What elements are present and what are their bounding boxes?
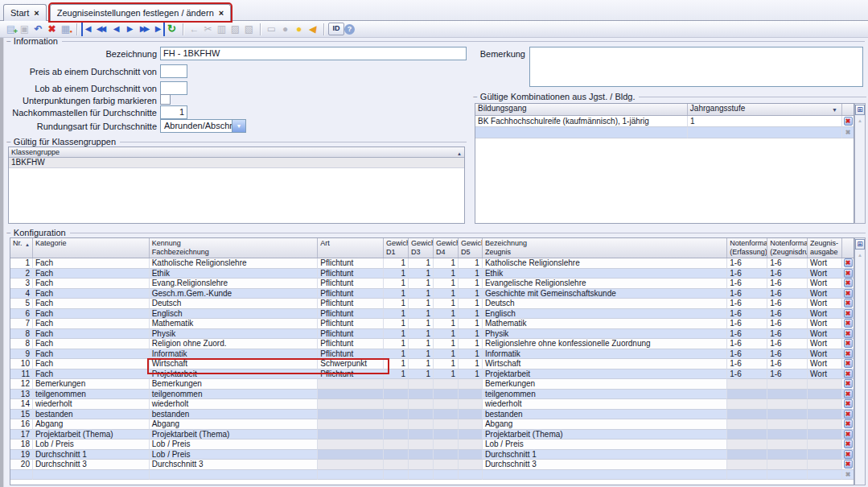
cell-ausgabe[interactable]: [808, 390, 842, 400]
cell-nf_erfassung[interactable]: 1-6: [727, 309, 767, 320]
cell-nf_druck[interactable]: [767, 470, 808, 481]
edit-form-icon[interactable]: ▦: [59, 23, 72, 36]
cell-kategorie[interactable]: Fach: [33, 299, 150, 309]
cell-bezeichnung[interactable]: bestanden: [483, 410, 727, 420]
cell-bildungsgang[interactable]: BK Fachhochschulreife (kaufmännisch), 1-…: [475, 116, 688, 127]
cell-d1[interactable]: 1: [384, 359, 409, 369]
column-header-nr[interactable]: Nr.▲: [10, 238, 33, 258]
cell-ausgabe[interactable]: Wort: [808, 359, 842, 369]
cell-bezeichnung[interactable]: Ethik: [483, 269, 727, 279]
cell-bezeichnung[interactable]: Katholische Religionslehre: [483, 258, 727, 269]
next-record-icon[interactable]: ▶: [123, 23, 137, 36]
lob-input[interactable]: [160, 81, 187, 95]
cell-kennung[interactable]: Deutsch: [150, 299, 319, 309]
cell-art[interactable]: [318, 430, 384, 440]
cell-nf_druck[interactable]: [767, 410, 808, 420]
column-chooser-button[interactable]: ⊞: [855, 105, 865, 115]
cell-bezeichnung[interactable]: [483, 470, 727, 481]
cell-kategorie[interactable]: Fach: [33, 258, 150, 269]
cell-nf_druck[interactable]: 1-6: [767, 269, 808, 279]
table-row[interactable]: 17Projektarbeit (Thema)Projektarbeit (Th…: [10, 430, 854, 440]
cell-nr[interactable]: 7: [10, 319, 33, 329]
cell-kennung[interactable]: Projektarbeit: [150, 369, 319, 380]
cell-nf_druck[interactable]: [767, 390, 808, 400]
cell-bezeichnung[interactable]: Geschichte mit Gemeinschaftskunde: [483, 289, 727, 299]
delete-row-button[interactable]: ✖: [844, 460, 853, 468]
cell-kennung[interactable]: Projektarbeit (Thema): [150, 430, 319, 440]
cell-art[interactable]: Pflichtunt: [318, 319, 384, 329]
kombination-row[interactable]: BK Fachhochschulreife (kaufmännisch), 1-…: [475, 116, 854, 127]
table-row[interactable]: 6FachEnglischPflichtunt1111Englisch1-61-…: [10, 309, 854, 320]
select-icon[interactable]: ▧: [242, 23, 256, 36]
kombination-row[interactable]: ✖: [475, 127, 854, 138]
cell-nf_druck[interactable]: 1-6: [767, 289, 808, 299]
cell-nf_erfassung[interactable]: [727, 410, 767, 420]
cell-d1[interactable]: 1: [384, 258, 409, 269]
cell-bezeichnung[interactable]: Mathematik: [483, 319, 727, 329]
cell-d4[interactable]: 1: [434, 258, 459, 269]
cell-d3[interactable]: [409, 390, 434, 400]
cell-bezeichnung[interactable]: Wirtschaft: [483, 359, 727, 369]
cell-kennung[interactable]: Abgang: [150, 419, 319, 430]
cell-nr[interactable]: 5: [10, 299, 33, 309]
cell-kategorie[interactable]: Fach: [33, 349, 150, 360]
cell-d4[interactable]: [434, 379, 459, 390]
cell-d4[interactable]: [434, 460, 459, 470]
cell-nr[interactable]: 4: [10, 289, 33, 299]
cell-bezeichnung[interactable]: Abgang: [483, 419, 727, 430]
column-header-d1[interactable]: GewichtD1: [384, 238, 409, 258]
delete-row-button[interactable]: ✖: [844, 470, 853, 479]
table-row[interactable]: 8FachPhysikPflichtunt1111Physik1-61-6Wor…: [10, 329, 854, 340]
cell-nr[interactable]: 13: [10, 390, 33, 400]
cell-d5[interactable]: 1: [459, 289, 483, 299]
table-row[interactable]: 5FachDeutschPflichtunt1111Deutsch1-61-6W…: [10, 299, 854, 309]
table-row[interactable]: 10FachWirtschaftSchwerpunkt1111Wirtschaf…: [10, 359, 854, 369]
cell-d3[interactable]: [409, 410, 434, 420]
cell-bezeichnung[interactable]: wiederholt: [483, 399, 727, 410]
cell-d1[interactable]: [384, 419, 409, 430]
cell-d1[interactable]: [384, 390, 409, 400]
column-header-d3[interactable]: GewichtD3: [409, 238, 434, 258]
cell-nr[interactable]: 15: [10, 410, 33, 420]
cell-ausgabe[interactable]: [808, 440, 842, 450]
cell-kennung[interactable]: Wirtschaft: [150, 359, 319, 369]
cell-d3[interactable]: 1: [409, 349, 434, 360]
cell-kategorie[interactable]: Abgang: [33, 419, 150, 430]
close-icon[interactable]: ×: [219, 8, 224, 18]
table-row[interactable]: 15bestandenbestandenbestanden✖: [10, 410, 854, 420]
cell-ausgabe[interactable]: Wort: [808, 289, 842, 299]
cell-nf_erfassung[interactable]: 1-6: [727, 279, 767, 289]
cell-bezeichnung[interactable]: Durchschnitt 3: [483, 460, 727, 470]
cell-kategorie[interactable]: Durchschnitt 1: [33, 450, 150, 460]
table-row[interactable]: 18Lob / PreisLob / PreisLob / Preis✖: [10, 440, 854, 450]
cell-nf_druck[interactable]: 1-6: [767, 279, 808, 289]
cell-d5[interactable]: [459, 399, 483, 410]
unterpunktungen-checkbox[interactable]: [160, 94, 171, 105]
help-icon[interactable]: ?: [344, 24, 355, 35]
cell-d4[interactable]: [434, 390, 459, 400]
cell-d1[interactable]: 1: [384, 289, 409, 299]
cell-kategorie[interactable]: Fach: [33, 319, 150, 329]
id-button[interactable]: ID: [328, 23, 344, 35]
cell-art[interactable]: Pflichtunt: [318, 279, 384, 289]
delete-row-button[interactable]: ✖: [844, 379, 853, 388]
table-row[interactable]: 19Durchschnitt 1Lob / PreisDurchschnitt …: [10, 450, 854, 460]
cell-nf_erfassung[interactable]: 1-6: [727, 319, 767, 329]
cell-art[interactable]: Pflichtunt: [318, 339, 384, 349]
cell-bezeichnung[interactable]: Deutsch: [483, 299, 727, 309]
cell-nf_erfassung[interactable]: [727, 390, 767, 400]
cell-d4[interactable]: [434, 410, 459, 420]
table-row[interactable]: ✖: [10, 470, 854, 481]
table-row[interactable]: 4FachGesch.m.Gem.-KundePflichtunt1111Ges…: [10, 289, 854, 299]
nachkomma-input[interactable]: 1: [160, 105, 187, 119]
cell-kennung[interactable]: Durchschnitt 3: [150, 460, 319, 470]
cell-nr[interactable]: 16: [10, 419, 33, 430]
delete-row-button[interactable]: ✖: [844, 399, 853, 408]
cell-kategorie[interactable]: Fach: [33, 279, 150, 289]
cell-d3[interactable]: [409, 470, 434, 481]
cell-bezeichnung[interactable]: Lob / Preis: [483, 440, 727, 450]
previous-record-icon[interactable]: ◀: [109, 23, 123, 36]
cell-art[interactable]: Pflichtunt: [318, 269, 384, 279]
cell-d4[interactable]: 1: [434, 349, 459, 360]
cell-art[interactable]: Pflichtunt: [318, 258, 384, 269]
